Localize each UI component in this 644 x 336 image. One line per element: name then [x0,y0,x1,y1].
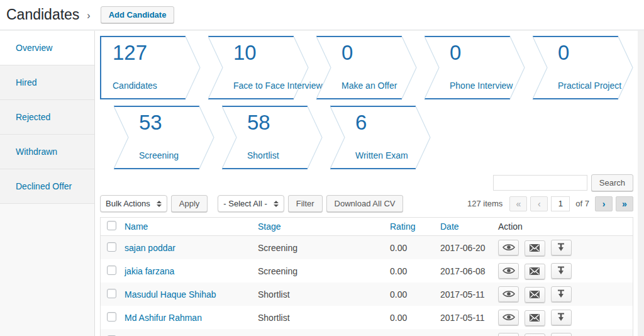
view-button[interactable] [498,286,519,302]
sidebar-item-rejected[interactable]: Rejected [0,100,94,135]
sidebar: Overview Hired Rejected Withdrawn Declin… [0,31,95,336]
candidate-date: 2017-06-08 [440,266,498,276]
candidate-name-link[interactable]: sajan poddar [125,243,175,253]
stage-card-phone-interview[interactable]: 0 Phone Interview [425,36,525,99]
first-page-button[interactable]: « [509,196,527,211]
prev-page-button[interactable]: ‹ [530,196,548,211]
sidebar-item-label: Rejected [16,112,50,122]
table-header: Name Stage Rating Date Action [101,218,633,236]
view-button[interactable] [498,333,519,336]
eye-icon [502,313,515,322]
current-page-input[interactable] [551,196,570,211]
row-checkbox[interactable] [107,289,116,298]
row-checkbox[interactable] [107,242,116,252]
search-button[interactable]: Search [591,174,633,191]
download-all-cv-button[interactable]: Download All CV [326,195,404,212]
stage-card-screening[interactable]: 53 Screening [114,106,214,169]
download-cv-button[interactable] [551,286,572,302]
stage-count: 0 [450,41,461,65]
bulk-actions-select[interactable]: Bulk Actions [100,195,167,212]
column-header-name[interactable]: Name [125,221,258,232]
envelope-icon [530,291,540,298]
envelope-icon [530,267,540,275]
email-button[interactable] [525,287,545,303]
sidebar-item-overview[interactable]: Overview [0,31,94,65]
envelope-icon [530,314,540,322]
stage-funnel-row-2: 53 Screening 58 Shortlist 6 Written Exam [114,106,633,169]
download-cv-button[interactable] [551,310,572,325]
top-header-bar: Candidates › Add Candidate [0,0,644,30]
stage-card-make-an-offer[interactable]: 0 Make an Offer [316,36,417,99]
search-input[interactable] [493,175,587,191]
sidebar-item-label: Hired [16,77,36,87]
stage-label: Make an Offer [341,81,397,91]
download-icon [557,243,565,252]
download-icon [557,313,565,322]
sidebar-item-hired[interactable]: Hired [0,65,94,100]
stage-card-practical-project[interactable]: 0 Practical Project [533,36,633,99]
stage-card-shortlist[interactable]: 58 Shortlist [222,106,323,169]
candidate-rating: 0.00 [390,289,440,300]
view-button[interactable] [498,310,519,325]
candidate-rating: 0.00 [390,243,440,253]
list-toolbar: Bulk Actions Apply - Select All - Filter… [100,195,633,212]
stage-count: 127 [113,41,147,65]
stage-label: Candidates [113,81,157,91]
table-row: Md Ashifur Rahman Shortlist 0.00 2017-05… [101,306,633,329]
filter-button[interactable]: Filter [288,195,323,212]
column-header-date[interactable]: Date [440,221,498,232]
envelope-icon [530,244,540,252]
add-candidate-button[interactable]: Add Candidate [101,6,175,23]
pagination: 127 items « ‹ of 7 › » [467,196,633,211]
eye-icon [502,243,515,252]
email-button[interactable] [525,264,545,279]
email-button[interactable] [525,333,545,336]
last-page-button[interactable]: » [616,196,633,211]
search-row: Search [100,174,633,191]
row-checkbox[interactable] [107,266,116,275]
column-header-rating[interactable]: Rating [390,221,440,232]
candidate-stage: Screening [258,243,390,253]
stage-label: Face to Face Interview [233,81,323,91]
table-row: Masudul Haque Shihab Shortlist 0.00 2017… [101,283,633,306]
candidate-name-link[interactable]: Md Ashifur Rahman [125,313,202,323]
email-button[interactable] [525,310,545,326]
download-cv-button[interactable] [551,333,572,336]
stage-card-written-exam[interactable]: 6 Written Exam [330,106,431,169]
stage-label: Shortlist [247,150,279,160]
candidates-table: Name Stage Rating Date Action sajan podd… [100,217,633,336]
candidate-date: 2017-06-20 [440,243,498,253]
table-row: sajan poddar Screening 0.00 2017-06-20 [101,236,633,259]
eye-icon [502,266,515,275]
stage-count: 10 [233,41,257,65]
stage-label: Screening [139,150,179,160]
candidate-stage: Shortlist [258,313,390,323]
select-all-filter-select[interactable]: - Select All - [218,195,284,212]
download-icon [557,289,565,298]
column-header-stage[interactable]: Stage [258,221,390,232]
sidebar-item-withdrawn[interactable]: Withdrawn [0,135,94,169]
stage-count: 53 [139,111,162,135]
table-row: Rahat Khan Shortlist 0.00 2017-05-11 [101,329,633,336]
sidebar-item-declined-offer[interactable]: Declined Offer [0,169,94,204]
view-button[interactable] [498,240,519,255]
stage-funnel-row-1: 127 Candidates 10 Face to Face Interview… [100,36,633,99]
stage-label: Written Exam [355,150,408,160]
stage-card-face-to-face-interview[interactable]: 10 Face to Face Interview [208,36,309,99]
stage-card-candidates[interactable]: 127 Candidates [100,36,201,99]
candidate-name-link[interactable]: jakia farzana [125,266,174,276]
candidate-date: 2017-05-11 [440,313,498,323]
main-content-panel: 127 Candidates 10 Face to Face Interview… [95,31,638,336]
row-checkbox[interactable] [107,312,116,322]
apply-button[interactable]: Apply [171,195,208,212]
stage-count: 6 [355,111,367,135]
candidate-name-link[interactable]: Masudul Haque Shihab [125,289,216,300]
download-cv-button[interactable] [551,263,572,279]
stage-count: 0 [558,41,569,65]
select-all-checkbox[interactable] [107,221,116,230]
next-page-button[interactable]: › [595,196,613,211]
candidate-stage: Shortlist [258,289,390,300]
email-button[interactable] [525,240,545,256]
download-cv-button[interactable] [551,240,572,255]
view-button[interactable] [498,263,519,279]
